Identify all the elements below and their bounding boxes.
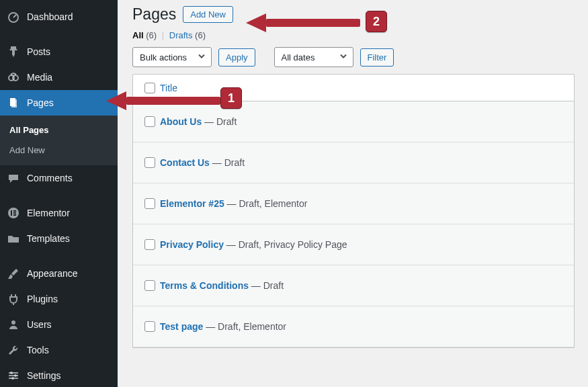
plug-icon: [7, 292, 20, 306]
row-checkbox-cell: [138, 196, 160, 211]
select-all-cell: [138, 81, 160, 95]
table-row: About Us — Draft: [133, 101, 574, 142]
row-checkbox-cell: [138, 237, 160, 252]
row-title-cell: Privacy Policy — Draft, Privacy Policy P…: [160, 224, 571, 265]
svg-rect-8: [13, 210, 16, 212]
filter-drafts-link[interactable]: Drafts: [169, 30, 193, 40]
row-title-link[interactable]: About Us: [160, 116, 202, 127]
sidebar-item-settings[interactable]: Settings: [0, 363, 118, 387]
circle-e-icon: [7, 206, 20, 220]
sidebar-item-appearance[interactable]: Appearance: [0, 261, 118, 286]
pin-icon: [7, 45, 20, 58]
sidebar-item-label: Elementor: [27, 208, 70, 218]
date-filter-select[interactable]: All dates: [274, 47, 353, 67]
sidebar-item-pages[interactable]: Pages: [0, 90, 118, 116]
wrench-icon: [7, 343, 20, 357]
row-checkbox[interactable]: [144, 239, 155, 250]
sidebar-subitem-label: Add New: [9, 145, 45, 155]
row-checkbox[interactable]: [144, 116, 155, 127]
row-state-label: — Draft, Elementor: [224, 198, 308, 209]
sidebar-submenu-pages: All Pages Add New: [0, 116, 118, 165]
sidebar-item-posts[interactable]: Posts: [0, 39, 118, 64]
sidebar-subitem-label: All Pages: [9, 125, 49, 135]
filter-button[interactable]: Filter: [360, 48, 394, 67]
sidebar-item-plugins[interactable]: Plugins: [0, 286, 118, 312]
row-state-label: — Draft: [249, 280, 284, 291]
svg-point-11: [11, 320, 15, 325]
row-checkbox[interactable]: [144, 198, 155, 209]
add-new-button[interactable]: Add New: [183, 6, 233, 23]
row-title-link[interactable]: Terms & Conditions: [160, 280, 249, 291]
svg-rect-9: [13, 212, 16, 214]
speedometer-icon: [7, 10, 20, 24]
sidebar-item-tools[interactable]: Tools: [0, 337, 118, 363]
row-title-cell: Elementor #25 — Draft, Elementor: [160, 183, 571, 224]
table-row: Test page — Draft, Elementor: [133, 306, 574, 347]
sidebar-item-label: Users: [27, 319, 52, 330]
user-icon: [7, 318, 20, 331]
table-row: Elementor #25 — Draft, Elementor: [133, 183, 574, 224]
svg-point-12: [10, 372, 13, 374]
filter-all-link[interactable]: All: [132, 30, 144, 40]
table-controls: Bulk actions Apply All dates Filter: [132, 47, 575, 67]
admin-sidebar: Dashboard Posts Media Pages All Pages Ad…: [0, 0, 118, 387]
row-title-link[interactable]: Test page: [160, 321, 203, 332]
svg-rect-10: [13, 214, 16, 216]
table-row: Privacy Policy — Draft, Privacy Policy P…: [133, 224, 574, 265]
annotation-badge-1: 1: [220, 87, 242, 109]
sidebar-item-label: Media: [27, 72, 52, 83]
svg-rect-7: [11, 210, 12, 216]
filter-drafts-count: (6): [195, 30, 206, 40]
sidebar-item-dashboard[interactable]: Dashboard: [0, 4, 118, 30]
row-checkbox[interactable]: [144, 157, 155, 168]
svg-rect-5: [11, 99, 17, 108]
annotation-badge-2: 2: [366, 11, 387, 32]
row-title-cell: Contact Us — Draft: [160, 142, 571, 183]
sliders-icon: [7, 369, 20, 382]
sidebar-item-templates[interactable]: Templates: [0, 226, 118, 251]
row-checkbox-cell: [138, 114, 160, 129]
row-checkbox[interactable]: [144, 321, 155, 332]
select-all-checkbox[interactable]: [144, 83, 155, 93]
sidebar-item-label: Dashboard: [27, 11, 73, 22]
column-header-title[interactable]: Title: [160, 83, 177, 93]
sidebar-item-label: Pages: [27, 97, 54, 108]
bulk-actions-select[interactable]: Bulk actions: [132, 47, 212, 67]
filter-all-count: (6): [146, 30, 157, 40]
sidebar-item-users[interactable]: Users: [0, 312, 118, 337]
page-icon: [7, 96, 20, 110]
row-title-link[interactable]: Contact Us: [160, 157, 210, 168]
svg-line-1: [13, 15, 16, 17]
row-state-label: — Draft: [202, 116, 237, 127]
chevron-down-icon: [339, 52, 347, 62]
row-checkbox[interactable]: [144, 280, 155, 291]
sidebar-item-label: Templates: [27, 233, 70, 244]
apply-button[interactable]: Apply: [218, 48, 255, 67]
sidebar-item-media[interactable]: Media: [0, 64, 118, 90]
page-header: Pages Add New: [132, 5, 575, 24]
sidebar-item-label: Settings: [27, 370, 61, 381]
row-state-label: — Draft, Privacy Policy Page: [224, 239, 347, 250]
sidebar-item-label: Tools: [27, 345, 49, 355]
comment-icon: [7, 171, 20, 185]
page-title: Pages: [132, 5, 176, 24]
row-title-cell: Test page — Draft, Elementor: [160, 306, 571, 347]
svg-point-14: [11, 377, 14, 380]
table-header-row: Title: [133, 75, 574, 101]
sidebar-subitem-add-new[interactable]: Add New: [0, 140, 118, 160]
sidebar-item-comments[interactable]: Comments: [0, 165, 118, 191]
chevron-down-icon: [198, 52, 206, 62]
row-checkbox-cell: [138, 155, 160, 170]
row-checkbox-cell: [138, 319, 160, 334]
row-state-label: — Draft, Elementor: [203, 321, 286, 332]
sidebar-item-label: Posts: [27, 46, 50, 57]
sidebar-subitem-all-pages[interactable]: All Pages: [0, 120, 118, 140]
sidebar-item-label: Appearance: [27, 268, 78, 279]
folder-icon: [7, 232, 20, 245]
row-title-link[interactable]: Privacy Policy: [160, 239, 224, 250]
row-title-link[interactable]: Elementor #25: [160, 198, 224, 209]
sidebar-item-elementor[interactable]: Elementor: [0, 200, 118, 226]
main-content: Pages Add New All (6) | Drafts (6) Bulk …: [118, 0, 588, 387]
pages-table: Title About Us — DraftContact Us — Draft…: [132, 74, 575, 348]
bulk-actions-selected: Bulk actions: [140, 52, 187, 62]
